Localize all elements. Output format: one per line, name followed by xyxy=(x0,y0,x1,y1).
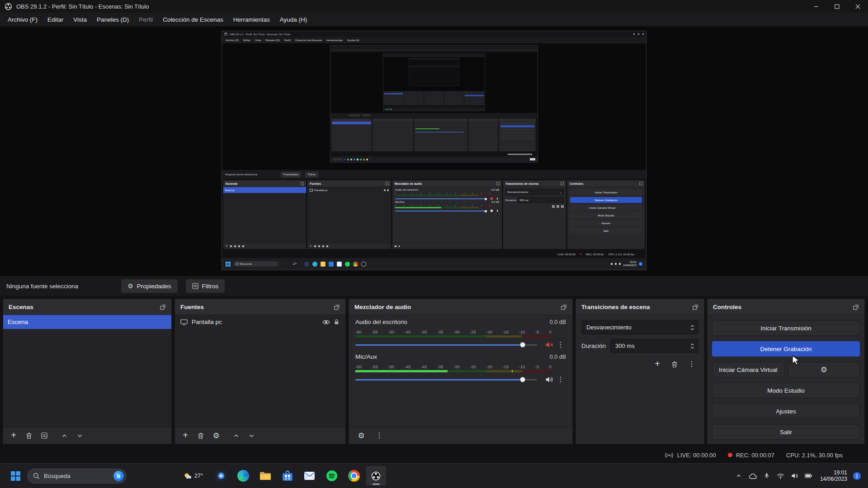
app-icon-photos[interactable] xyxy=(211,466,231,486)
meter-tick: -20 xyxy=(486,364,492,369)
move-scene-down-button[interactable] xyxy=(73,430,86,441)
channel-menu-kebab-icon[interactable]: ⋮ xyxy=(555,376,566,383)
meter-tick: -10 xyxy=(519,364,525,369)
mixer-toolbar: ⚙ ⋮ xyxy=(349,427,572,444)
app-icon-file-explorer[interactable] xyxy=(255,466,275,486)
studio-mode-button[interactable]: Modo Estudio xyxy=(712,383,860,398)
mixer-menu-kebab-icon[interactable]: ⋮ xyxy=(373,430,386,441)
move-source-up-button[interactable] xyxy=(229,430,243,441)
menu-herramientas[interactable]: Herramientas xyxy=(228,14,275,25)
stop-recording-button[interactable]: Detener Grabación xyxy=(712,341,860,357)
add-scene-button[interactable]: + xyxy=(7,430,20,441)
add-source-button[interactable]: + xyxy=(179,430,192,441)
controls-panel: Controles Iniciar Transmisión Detener Gr… xyxy=(707,299,865,444)
volume-slider-knob[interactable] xyxy=(520,377,525,382)
duration-spinbox[interactable]: 300 ms xyxy=(610,339,698,353)
start-virtual-camera-button[interactable]: Iniciar Cámara Virtual xyxy=(712,362,784,377)
windows-taskbar: Búsqueda b 27° xyxy=(0,463,868,488)
taskbar-clock[interactable]: 19:01 14/06/2023 xyxy=(820,469,847,482)
channel-menu-kebab-icon[interactable]: ⋮ xyxy=(555,341,566,348)
meter-tick: -30 xyxy=(453,329,460,334)
filter-icon xyxy=(192,283,198,289)
app-icon-spotify[interactable] xyxy=(322,466,342,486)
tray-mic-icon[interactable] xyxy=(762,471,771,480)
mini-transitions-panel: Transiciones de escena Desvanecimiento⌄ … xyxy=(503,180,566,249)
popout-icon[interactable] xyxy=(160,304,166,310)
remove-source-button[interactable] xyxy=(194,430,208,441)
tray-chevron-up-icon[interactable] xyxy=(734,471,743,480)
lock-icon[interactable] xyxy=(334,319,339,325)
system-tray: 19:01 14/06/2023 1 xyxy=(734,469,863,482)
sources-toolbar: + ⚙ xyxy=(175,427,345,444)
scene-item-escena[interactable]: Escena xyxy=(3,315,171,329)
maximize-button[interactable] xyxy=(826,0,847,13)
remove-scene-button[interactable] xyxy=(22,430,36,441)
meter-tick: -50 xyxy=(388,329,394,334)
mini-filters-button: Filtros xyxy=(305,172,318,178)
close-button[interactable] xyxy=(847,0,868,13)
meter-tick: -30 xyxy=(453,364,460,369)
volume-slider-knob[interactable] xyxy=(520,342,525,347)
app-icon-edge[interactable] xyxy=(233,466,253,486)
meter-tick: -60 xyxy=(355,329,362,334)
menu-editar[interactable]: Editar xyxy=(42,14,68,25)
popout-icon[interactable] xyxy=(853,304,859,310)
popout-icon[interactable] xyxy=(693,304,698,310)
weather-widget[interactable]: 27° xyxy=(184,472,203,479)
properties-button[interactable]: ⚙ Propiedades xyxy=(121,279,177,293)
obs-logo-icon xyxy=(5,3,12,10)
app-icon-mail[interactable] xyxy=(300,466,320,486)
volume-slider[interactable] xyxy=(355,379,537,380)
sources-panel: Fuentes Pantalla pc + ⚙ xyxy=(175,299,346,444)
meter-tick: -5 xyxy=(535,364,539,369)
preview-canvas[interactable]: OBS 29.1.2 - Perfil: Sin Título - Escena… xyxy=(0,26,868,276)
exit-button[interactable]: Salir xyxy=(712,424,860,440)
menu-perfil[interactable]: Perfil xyxy=(134,14,158,25)
add-transition-button[interactable]: + xyxy=(651,358,664,370)
mini-window-title: OBS 29.1.2 - Perfil: Sin Título - Escena… xyxy=(229,33,291,36)
tray-volume-icon[interactable] xyxy=(790,471,799,480)
menu-ayuda[interactable]: Ayuda (H) xyxy=(275,14,312,25)
scene-filters-button[interactable] xyxy=(38,430,51,441)
start-button[interactable] xyxy=(5,466,25,486)
notification-badge[interactable]: 1 xyxy=(853,472,861,480)
search-box[interactable]: Búsqueda b xyxy=(27,469,127,483)
app-icon-store[interactable] xyxy=(278,466,297,486)
meter-tick: -60 xyxy=(355,364,362,369)
mute-button-muted[interactable] xyxy=(543,341,555,348)
transition-select[interactable]: Desvanecimiento xyxy=(581,320,698,334)
app-icon-chrome[interactable] xyxy=(344,466,364,486)
spinner-arrows-icon[interactable] xyxy=(690,343,694,349)
spinner-arrows-icon xyxy=(690,324,694,331)
mixer-channel-mic-aux: Mic/Aux 0.0 dB -60-55-50-45-40-35-30-25-… xyxy=(355,353,566,385)
move-source-down-button[interactable] xyxy=(245,430,258,441)
advanced-audio-gear-icon[interactable]: ⚙ xyxy=(354,430,368,441)
popout-icon[interactable] xyxy=(334,304,340,310)
popout-icon[interactable] xyxy=(561,304,567,310)
remove-transition-button[interactable] xyxy=(668,358,681,370)
minimize-button[interactable] xyxy=(806,0,826,13)
start-streaming-button[interactable]: Iniciar Transmisión xyxy=(712,320,860,336)
filters-button[interactable]: Filtros xyxy=(186,279,225,293)
transition-menu-kebab-icon[interactable]: ⋮ xyxy=(685,358,698,370)
preview-mini-level3 xyxy=(383,53,485,111)
menu-coleccion-escenas[interactable]: Colección de Escenas xyxy=(158,14,228,25)
source-properties-button[interactable]: ⚙ xyxy=(209,430,223,441)
meter-tick: -40 xyxy=(421,329,427,334)
mixer-header: Mezclador de audio xyxy=(349,299,572,315)
channel-db: 0.0 dB xyxy=(550,354,566,360)
move-scene-up-button[interactable] xyxy=(57,430,71,441)
mute-button[interactable] xyxy=(543,376,555,383)
settings-button[interactable]: Ajustes xyxy=(712,404,860,419)
visibility-eye-icon[interactable] xyxy=(322,319,330,325)
tray-wifi-icon[interactable] xyxy=(776,471,785,480)
app-icon-obs-active[interactable] xyxy=(366,466,386,486)
source-item-pantalla-pc[interactable]: Pantalla pc xyxy=(175,315,345,329)
menu-archivo[interactable]: Archivo (F) xyxy=(3,14,42,25)
tray-onedrive-icon[interactable] xyxy=(748,471,757,480)
menu-paneles[interactable]: Paneles (D) xyxy=(92,14,134,25)
menu-bar: Archivo (F) Editar Vista Paneles (D) Per… xyxy=(0,13,868,26)
tray-battery-icon[interactable] xyxy=(804,471,813,480)
menu-vista[interactable]: Vista xyxy=(68,14,92,25)
volume-slider[interactable] xyxy=(355,344,537,346)
